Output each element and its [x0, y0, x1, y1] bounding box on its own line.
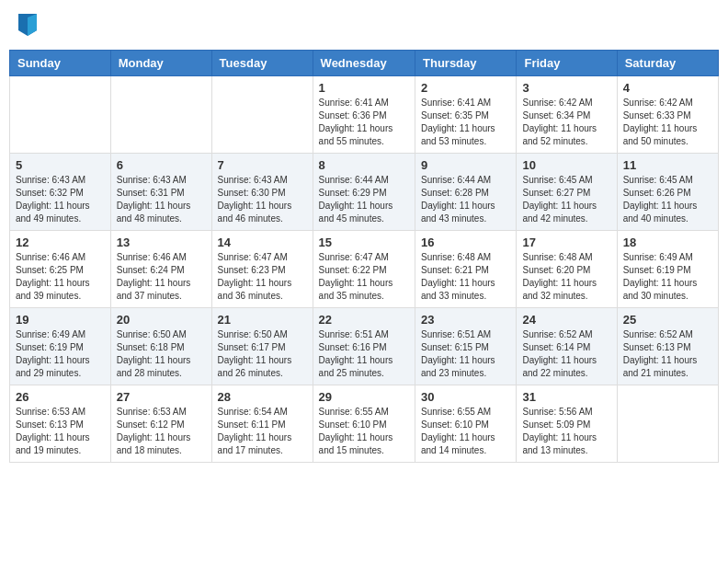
calendar-cell: 26Sunrise: 6:53 AM Sunset: 6:13 PM Dayli…	[10, 385, 111, 463]
day-number: 28	[218, 390, 307, 404]
column-header-thursday: Thursday	[415, 51, 517, 76]
day-number: 12	[16, 236, 105, 249]
day-info: Sunrise: 6:42 AM Sunset: 6:34 PM Dayligh…	[522, 97, 610, 148]
day-info: Sunrise: 6:52 AM Sunset: 6:13 PM Dayligh…	[623, 328, 712, 380]
svg-marker-1	[28, 14, 37, 36]
calendar-cell: 7Sunrise: 6:43 AM Sunset: 6:30 PM Daylig…	[211, 154, 313, 231]
day-info: Sunrise: 6:45 AM Sunset: 6:26 PM Dayligh…	[623, 174, 712, 225]
calendar-table: SundayMondayTuesdayWednesdayThursdayFrid…	[9, 50, 719, 463]
calendar-cell: 28Sunrise: 6:54 AM Sunset: 6:11 PM Dayli…	[211, 385, 313, 463]
day-number: 19	[16, 313, 105, 327]
calendar-cell: 12Sunrise: 6:46 AM Sunset: 6:25 PM Dayli…	[10, 231, 111, 308]
calendar-header-row: SundayMondayTuesdayWednesdayThursdayFrid…	[10, 51, 719, 76]
calendar-week-row: 5Sunrise: 6:43 AM Sunset: 6:32 PM Daylig…	[10, 154, 719, 231]
day-info: Sunrise: 6:41 AM Sunset: 6:36 PM Dayligh…	[319, 97, 409, 148]
day-number: 30	[421, 390, 510, 404]
day-info: Sunrise: 6:44 AM Sunset: 6:29 PM Dayligh…	[319, 174, 409, 225]
calendar-cell: 8Sunrise: 6:44 AM Sunset: 6:29 PM Daylig…	[313, 154, 415, 231]
day-info: Sunrise: 6:54 AM Sunset: 6:11 PM Dayligh…	[218, 406, 307, 457]
day-number: 10	[522, 158, 610, 172]
calendar-cell: 2Sunrise: 6:41 AM Sunset: 6:35 PM Daylig…	[415, 76, 517, 154]
day-number: 29	[319, 390, 409, 404]
logo-icon	[18, 14, 37, 36]
day-info: Sunrise: 6:48 AM Sunset: 6:21 PM Dayligh…	[421, 251, 510, 303]
day-info: Sunrise: 6:43 AM Sunset: 6:31 PM Dayligh…	[117, 174, 206, 225]
calendar-cell	[617, 385, 718, 463]
calendar-cell: 14Sunrise: 6:47 AM Sunset: 6:23 PM Dayli…	[211, 231, 313, 308]
calendar-cell: 17Sunrise: 6:48 AM Sunset: 6:20 PM Dayli…	[517, 231, 617, 308]
day-number: 17	[522, 236, 610, 249]
day-info: Sunrise: 6:51 AM Sunset: 6:16 PM Dayligh…	[319, 328, 409, 380]
day-info: Sunrise: 6:45 AM Sunset: 6:27 PM Dayligh…	[522, 174, 610, 225]
day-info: Sunrise: 6:43 AM Sunset: 6:30 PM Dayligh…	[218, 174, 307, 225]
calendar-cell: 11Sunrise: 6:45 AM Sunset: 6:26 PM Dayli…	[617, 154, 718, 231]
day-number: 14	[218, 236, 307, 249]
calendar-week-row: 12Sunrise: 6:46 AM Sunset: 6:25 PM Dayli…	[10, 231, 719, 308]
day-info: Sunrise: 6:50 AM Sunset: 6:17 PM Dayligh…	[218, 328, 307, 380]
day-number: 15	[319, 236, 409, 249]
calendar-cell: 16Sunrise: 6:48 AM Sunset: 6:21 PM Dayli…	[415, 231, 517, 308]
page-header	[9, 9, 719, 40]
day-number: 23	[421, 313, 510, 327]
day-number: 11	[623, 158, 712, 172]
day-number: 22	[319, 313, 409, 327]
calendar-cell: 31Sunrise: 5:56 AM Sunset: 5:09 PM Dayli…	[517, 385, 617, 463]
day-number: 7	[218, 158, 307, 172]
column-header-tuesday: Tuesday	[211, 51, 313, 76]
day-number: 9	[421, 158, 510, 172]
calendar-cell: 1Sunrise: 6:41 AM Sunset: 6:36 PM Daylig…	[313, 76, 415, 154]
column-header-sunday: Sunday	[10, 51, 111, 76]
day-number: 8	[319, 158, 409, 172]
calendar-cell: 13Sunrise: 6:46 AM Sunset: 6:24 PM Dayli…	[110, 231, 211, 308]
calendar-cell: 22Sunrise: 6:51 AM Sunset: 6:16 PM Dayli…	[313, 308, 415, 385]
day-info: Sunrise: 6:50 AM Sunset: 6:18 PM Dayligh…	[117, 328, 206, 380]
day-info: Sunrise: 5:56 AM Sunset: 5:09 PM Dayligh…	[522, 406, 610, 457]
calendar-cell: 27Sunrise: 6:53 AM Sunset: 6:12 PM Dayli…	[110, 385, 211, 463]
day-number: 31	[522, 390, 610, 404]
column-header-wednesday: Wednesday	[313, 51, 415, 76]
column-header-monday: Monday	[110, 51, 211, 76]
day-info: Sunrise: 6:48 AM Sunset: 6:20 PM Dayligh…	[522, 251, 610, 303]
day-number: 25	[623, 313, 712, 327]
day-info: Sunrise: 6:46 AM Sunset: 6:25 PM Dayligh…	[16, 251, 105, 303]
day-number: 21	[218, 313, 307, 327]
calendar-cell: 30Sunrise: 6:55 AM Sunset: 6:10 PM Dayli…	[415, 385, 517, 463]
day-number: 2	[421, 81, 510, 95]
calendar-cell: 4Sunrise: 6:42 AM Sunset: 6:33 PM Daylig…	[617, 76, 718, 154]
column-header-saturday: Saturday	[617, 51, 718, 76]
calendar-cell: 18Sunrise: 6:49 AM Sunset: 6:19 PM Dayli…	[617, 231, 718, 308]
calendar-cell: 23Sunrise: 6:51 AM Sunset: 6:15 PM Dayli…	[415, 308, 517, 385]
day-number: 26	[16, 390, 105, 404]
day-number: 20	[117, 313, 206, 327]
day-info: Sunrise: 6:42 AM Sunset: 6:33 PM Dayligh…	[623, 97, 712, 148]
day-info: Sunrise: 6:47 AM Sunset: 6:23 PM Dayligh…	[218, 251, 307, 303]
calendar-cell: 15Sunrise: 6:47 AM Sunset: 6:22 PM Dayli…	[313, 231, 415, 308]
day-number: 5	[16, 158, 105, 172]
day-info: Sunrise: 6:43 AM Sunset: 6:32 PM Dayligh…	[16, 174, 105, 225]
calendar-cell: 29Sunrise: 6:55 AM Sunset: 6:10 PM Dayli…	[313, 385, 415, 463]
day-info: Sunrise: 6:44 AM Sunset: 6:28 PM Dayligh…	[421, 174, 510, 225]
calendar-week-row: 1Sunrise: 6:41 AM Sunset: 6:36 PM Daylig…	[10, 76, 719, 154]
calendar-cell: 9Sunrise: 6:44 AM Sunset: 6:28 PM Daylig…	[415, 154, 517, 231]
day-number: 13	[117, 236, 206, 249]
calendar-cell	[211, 76, 313, 154]
day-info: Sunrise: 6:55 AM Sunset: 6:10 PM Dayligh…	[319, 406, 409, 457]
day-number: 16	[421, 236, 510, 249]
calendar-cell: 25Sunrise: 6:52 AM Sunset: 6:13 PM Dayli…	[617, 308, 718, 385]
calendar-cell: 21Sunrise: 6:50 AM Sunset: 6:17 PM Dayli…	[211, 308, 313, 385]
calendar-cell: 5Sunrise: 6:43 AM Sunset: 6:32 PM Daylig…	[10, 154, 111, 231]
calendar-cell: 3Sunrise: 6:42 AM Sunset: 6:34 PM Daylig…	[517, 76, 617, 154]
calendar-week-row: 26Sunrise: 6:53 AM Sunset: 6:13 PM Dayli…	[10, 385, 719, 463]
calendar-cell: 20Sunrise: 6:50 AM Sunset: 6:18 PM Dayli…	[110, 308, 211, 385]
calendar-week-row: 19Sunrise: 6:49 AM Sunset: 6:19 PM Dayli…	[10, 308, 719, 385]
calendar-cell	[110, 76, 211, 154]
day-number: 27	[117, 390, 206, 404]
day-number: 18	[623, 236, 712, 249]
day-number: 3	[522, 81, 610, 95]
day-info: Sunrise: 6:55 AM Sunset: 6:10 PM Dayligh…	[421, 406, 510, 457]
calendar-cell: 10Sunrise: 6:45 AM Sunset: 6:27 PM Dayli…	[517, 154, 617, 231]
calendar-cell: 24Sunrise: 6:52 AM Sunset: 6:14 PM Dayli…	[517, 308, 617, 385]
day-info: Sunrise: 6:41 AM Sunset: 6:35 PM Dayligh…	[421, 97, 510, 148]
day-number: 24	[522, 313, 610, 327]
day-number: 4	[623, 81, 712, 95]
